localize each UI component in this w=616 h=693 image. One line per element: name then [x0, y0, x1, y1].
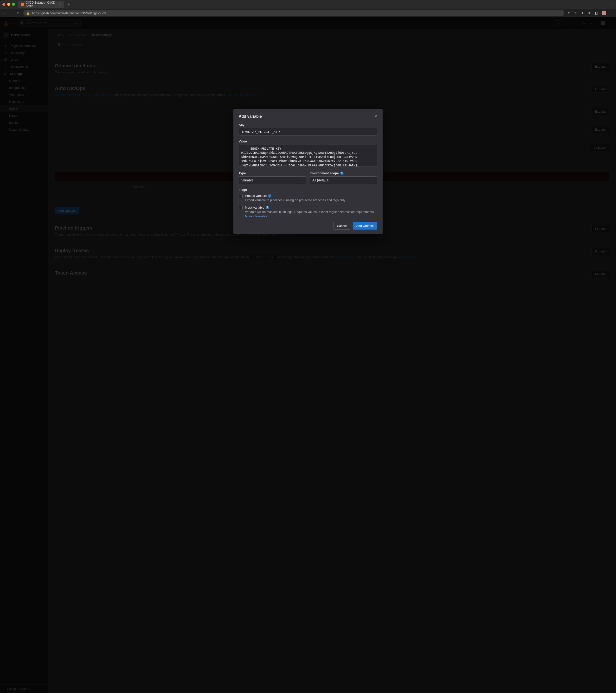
- protect-variable-row: Protect variable ? Export variable to pi…: [239, 194, 377, 202]
- kebab-menu-icon[interactable]: ⋮: [610, 11, 614, 15]
- cancel-button[interactable]: Cancel: [333, 222, 350, 230]
- url-input[interactable]: 🔒 https://gitlab.com/cafferata/dnscontro…: [23, 9, 564, 16]
- maximize-window-icon[interactable]: [12, 3, 15, 6]
- share-icon[interactable]: ⇪: [568, 11, 570, 15]
- back-icon[interactable]: ←: [2, 11, 6, 15]
- mask-variable-row: Mask variable ? Variable will be masked …: [239, 206, 377, 218]
- chevron-down-icon: ⌄: [301, 178, 304, 182]
- env-scope-select[interactable]: All (default) ⌄: [310, 176, 377, 184]
- browser-addressbar: ← → ⟳ 🔒 https://gitlab.com/cafferata/dns…: [0, 9, 616, 17]
- browser-tab[interactable]: CI/CD Settings · CI/CD · Settin ×: [18, 1, 64, 8]
- browser-tabbar: CI/CD Settings · CI/CD · Settin × + ⌄: [0, 0, 616, 9]
- add-variable-modal: Add variable × Key Value Type Variable ⌄…: [233, 109, 383, 234]
- tab-title: CI/CD Settings · CI/CD · Settin: [26, 1, 57, 8]
- close-icon[interactable]: ×: [374, 114, 377, 119]
- more-info-link[interactable]: More information: [245, 214, 269, 218]
- minimize-window-icon[interactable]: [7, 3, 10, 6]
- close-tab-icon[interactable]: ×: [59, 2, 61, 6]
- protect-checkbox[interactable]: [239, 194, 242, 198]
- key-input[interactable]: [239, 128, 377, 136]
- help-icon[interactable]: ?: [340, 172, 344, 175]
- modal-title: Add variable: [239, 114, 374, 119]
- tabs-overflow-icon[interactable]: ⌄: [611, 2, 614, 6]
- value-label: Value: [239, 140, 377, 143]
- reload-icon[interactable]: ⟳: [17, 11, 20, 15]
- mask-desc: Variable will be masked in job logs. Req…: [245, 210, 377, 218]
- url-text: https://gitlab.com/cafferata/dnscontrol/…: [32, 11, 106, 15]
- extension-icon[interactable]: ✦: [581, 11, 584, 15]
- protect-desc: Export variable to pipelines running on …: [245, 198, 377, 202]
- help-icon[interactable]: ?: [268, 194, 272, 198]
- profile-avatar-icon[interactable]: [601, 11, 607, 15]
- type-label: Type: [239, 171, 306, 175]
- gitlab-favicon-icon: [21, 3, 24, 6]
- new-tab-button[interactable]: +: [66, 2, 72, 7]
- mask-label: Mask variable: [245, 206, 264, 209]
- window-controls: [2, 3, 15, 6]
- close-window-icon[interactable]: [2, 3, 5, 6]
- key-label: Key: [239, 123, 377, 126]
- value-textarea[interactable]: [239, 145, 377, 167]
- bookmark-icon[interactable]: ☆: [574, 11, 577, 15]
- add-variable-submit-button[interactable]: Add variable: [353, 222, 377, 230]
- protect-label: Protect variable: [245, 194, 266, 198]
- lock-icon: 🔒: [26, 11, 30, 15]
- env-scope-label: Environment scope ?: [310, 171, 377, 175]
- forward-icon[interactable]: →: [9, 11, 14, 15]
- puzzle-icon[interactable]: ✚: [588, 11, 591, 15]
- mask-checkbox[interactable]: [239, 206, 242, 210]
- type-select[interactable]: Variable ⌄: [239, 176, 306, 184]
- chevron-down-icon: ⌄: [372, 178, 375, 182]
- help-icon[interactable]: ?: [266, 206, 269, 209]
- panel-icon[interactable]: ◧: [595, 11, 598, 15]
- flags-label: Flags: [239, 188, 377, 192]
